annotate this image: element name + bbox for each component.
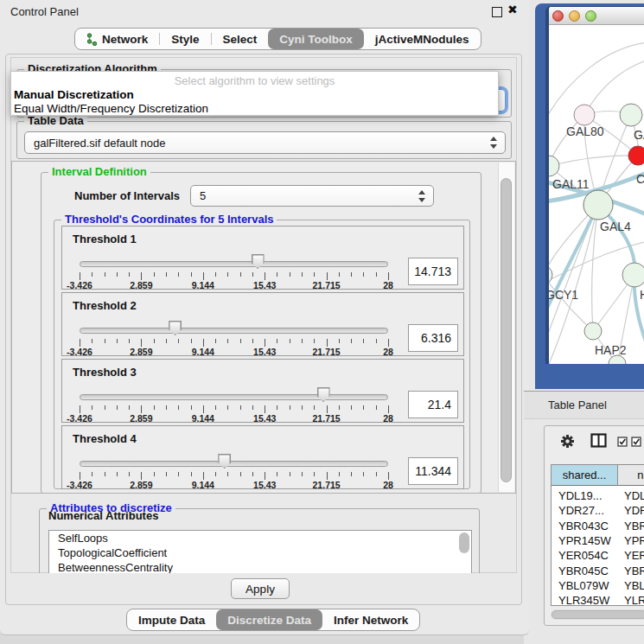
slider-tick <box>363 472 364 476</box>
table-cell-shared-name[interactable]: YDL19... <box>558 489 615 502</box>
threshold-value-field[interactable]: 14.713 <box>408 258 458 285</box>
slider-tick <box>80 272 80 280</box>
network-node-label: GAL80 <box>566 124 604 138</box>
network-canvas[interactable]: GAL80GACGAL11GAL4GCY1HHAP2 <box>549 25 644 364</box>
vertical-scrollbar-thumb[interactable] <box>501 178 512 482</box>
network-node-GAL4[interactable] <box>583 190 613 220</box>
table-cell-shared-name[interactable]: YDR27... <box>558 504 615 517</box>
mac-zoom-button[interactable] <box>585 10 596 22</box>
table-cell-shared-name[interactable]: YER054C <box>558 549 615 562</box>
algorithm-option[interactable]: Equal Width/Frequency Discretization <box>14 102 491 115</box>
top-tab-bar: NetworkStyleSelectCyni ToolboxjActiveMNo… <box>74 28 481 50</box>
tab-infer-network[interactable]: Infer Network <box>322 609 419 630</box>
threshold-slider-track[interactable] <box>80 261 388 267</box>
table-cell-name[interactable]: YER0 <box>624 549 644 562</box>
table-cell-shared-name[interactable]: YPR145W <box>558 534 615 547</box>
table-cell-name[interactable]: YDR2 <box>624 504 644 517</box>
slider-tick <box>327 339 328 347</box>
tab-style[interactable]: Style <box>160 29 210 49</box>
network-edge[interactable] <box>549 156 638 166</box>
gear-icon[interactable] <box>560 434 575 449</box>
table-data-combobox[interactable]: galFiltered.sif default node <box>24 131 506 154</box>
network-node-node-topright[interactable] <box>620 104 642 126</box>
network-edge[interactable] <box>549 205 598 364</box>
table-cell-name[interactable]: YBR0 <box>624 520 644 532</box>
slider-tick <box>129 472 130 476</box>
table-horizontal-scrollbar[interactable] <box>551 609 644 620</box>
attribute-items: SelfLoopsTopologicalCoefficientBetweenne… <box>49 531 471 573</box>
checked-box-icon[interactable] <box>617 437 628 447</box>
threshold-slider-track[interactable] <box>80 328 388 334</box>
slider-tick <box>166 472 167 476</box>
tab-select[interactable]: Select <box>212 29 269 49</box>
table-cell-name[interactable]: YBL0 <box>624 579 644 592</box>
tab-network[interactable]: Network <box>75 29 159 49</box>
slider-tick <box>129 272 130 277</box>
slider-tick <box>191 405 192 410</box>
slider-tick <box>240 472 241 476</box>
slider-tick-label: 2.859 <box>121 480 161 490</box>
network-node-node-right-h[interactable] <box>622 263 644 287</box>
table-cell-name[interactable]: YBR0 <box>624 564 644 577</box>
mac-minimize-button[interactable] <box>569 10 580 22</box>
table-cell-name[interactable]: YPR1 <box>624 534 644 547</box>
threshold-slider-track[interactable] <box>80 461 388 467</box>
numerical-attributes-list: SelfLoopsTopologicalCoefficientBetweenne… <box>48 530 472 573</box>
tab-discretize-data[interactable]: Discretize Data <box>216 609 322 630</box>
threshold-label: Threshold 2 <box>73 299 137 312</box>
slider-tick <box>105 472 105 476</box>
slider-tick <box>203 272 204 280</box>
num-intervals-combobox[interactable]: 5 <box>190 185 434 207</box>
network-node-GAL80[interactable] <box>574 105 595 125</box>
attribute-item[interactable]: TopologicalCoefficient <box>49 545 471 560</box>
close-icon[interactable]: ✖ <box>507 3 518 16</box>
slider-tick <box>302 339 303 343</box>
attribute-item[interactable]: BetweennessCentrality <box>49 560 471 573</box>
network-titlebar[interactable] <box>549 7 644 25</box>
table-horizontal-scrollbar-thumb[interactable] <box>552 610 644 619</box>
table-cell-shared-name[interactable]: YBR043C <box>558 520 615 532</box>
table-data-group-title: Table Data <box>24 114 87 127</box>
table-cell-shared-name[interactable]: YBR045C <box>558 564 615 577</box>
table-panel-header: Table Panel <box>524 391 644 419</box>
slider-tick <box>252 472 253 476</box>
slider-tick <box>117 339 118 343</box>
slider-tick <box>240 405 241 410</box>
threshold-value-field[interactable]: 21.4 <box>408 391 458 418</box>
network-edge[interactable] <box>592 205 598 331</box>
tab-impute-data[interactable]: Impute Data <box>127 609 216 630</box>
slider-tick-label: 28 <box>368 347 408 357</box>
tab-jactivemnodules[interactable]: jActiveMNodules <box>364 29 481 49</box>
network-node-label: H <box>640 288 644 302</box>
interval-definition-group: Interval Definition Number of Intervals … <box>41 172 481 494</box>
slider-tick <box>191 339 192 343</box>
network-node-GCY1[interactable] <box>549 265 552 284</box>
table-cell-shared-name[interactable]: YBL079W <box>558 579 615 592</box>
apply-button[interactable]: Apply <box>231 578 290 599</box>
network-node-HAP2[interactable] <box>584 322 602 340</box>
table-cell-shared-name[interactable]: YLR345W <box>558 594 615 606</box>
vertical-scrollbar[interactable] <box>498 163 514 492</box>
table-column-header[interactable]: na <box>618 465 644 486</box>
column-layout-icon[interactable] <box>590 433 607 448</box>
threshold-label: Threshold 4 <box>73 432 137 445</box>
table-cell-name[interactable]: YDL1 <box>624 489 644 502</box>
slider-tick <box>80 339 80 347</box>
table-column-header[interactable]: shared... <box>552 465 618 486</box>
tab-label: Infer Network <box>334 614 408 627</box>
mac-close-button[interactable] <box>552 10 564 22</box>
slider-tick-label: 21.715 <box>307 413 347 424</box>
attribute-item[interactable]: SelfLoops <box>49 531 471 545</box>
threshold-value-field[interactable]: 11.344 <box>408 457 458 485</box>
tab-cyni-toolbox[interactable]: Cyni Toolbox <box>268 29 364 49</box>
slider-tick <box>252 272 253 277</box>
table-cell-name[interactable]: YLR3 <box>624 594 644 606</box>
network-thick-edge[interactable] <box>549 205 598 323</box>
threshold-value-field[interactable]: 6.316 <box>408 324 458 352</box>
float-window-icon[interactable] <box>492 7 502 17</box>
algorithm-option[interactable]: Manual Discretization <box>14 88 491 101</box>
checked-box-icon[interactable] <box>631 437 641 447</box>
threshold-slider-track[interactable] <box>80 394 388 400</box>
attributes-scrollbar-thumb[interactable] <box>459 532 469 553</box>
network-node-node-red[interactable] <box>628 146 644 165</box>
